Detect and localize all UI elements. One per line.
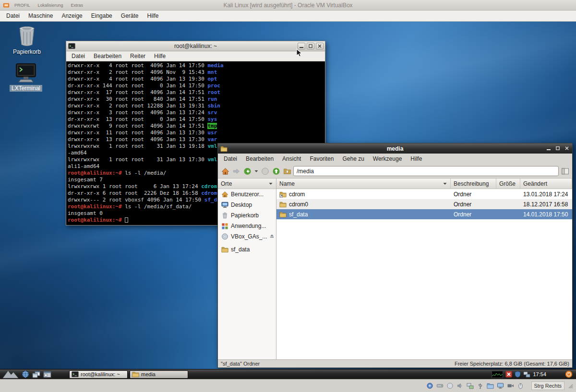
panes-launcher[interactable] — [31, 369, 42, 379]
vbox-menu-item-ger-te[interactable]: Geräte — [117, 12, 143, 20]
panes2-launcher[interactable] — [42, 369, 53, 379]
folder-icon — [221, 246, 228, 253]
close-button[interactable] — [563, 145, 570, 152]
vbox-menu-item-eingabe[interactable]: Eingabe — [87, 12, 117, 20]
vbox-menu-item-anzeige[interactable]: Anzeige — [57, 12, 86, 20]
chevron-down-icon — [254, 169, 259, 174]
record-icon[interactable] — [506, 382, 515, 390]
column-header-name[interactable]: Name — [276, 178, 451, 189]
terminal-text-segment: drwxr-xr-x 3 root root 4096 Jan 13 17:24 — [68, 109, 207, 116]
sharedfolder-icon[interactable] — [486, 382, 494, 390]
fm-body: Orte Benutzeror...DesktopPapierkorbAnwen… — [218, 178, 572, 359]
network-icon[interactable] — [466, 382, 474, 390]
go-forward-button[interactable] — [231, 166, 241, 177]
clock[interactable]: 17:54 — [533, 371, 546, 377]
terminal-menu-item-bearbeiten[interactable]: Bearbeiten — [89, 52, 126, 60]
place-item-anwendung[interactable]: Anwendung... — [218, 221, 276, 231]
column-label: Geändert — [523, 180, 547, 187]
go-up-button[interactable] — [271, 166, 281, 177]
vbox-menu-item-maschine[interactable]: Maschine — [24, 12, 57, 20]
terminal-text-segment: lrwxrwxrwx 1 root root 6 Jan 13 17:24 — [68, 183, 201, 190]
desktop-icon-lxterminal[interactable]: LXTerminal — [6, 63, 46, 92]
history-dropdown-button[interactable] — [253, 166, 259, 177]
vbox-menu-item-datei[interactable]: Datei — [2, 12, 24, 20]
cell-name: cdrom0 — [276, 199, 451, 209]
terminal-text-segment: root@kalilinux:~# — [68, 217, 122, 223]
display-icon[interactable] — [496, 382, 504, 390]
fm-menu-item-favoriten[interactable]: Favoriten — [305, 154, 338, 163]
terminal-titlebar[interactable]: root@kalilinux: ~ — [66, 41, 325, 51]
terminal-icon — [72, 371, 79, 378]
menu-launcher[interactable] — [1, 369, 20, 379]
column-header-ge-ndert[interactable]: Geändert — [520, 178, 572, 189]
browser-launcher[interactable] — [20, 369, 31, 379]
places-header[interactable]: Orte — [218, 178, 276, 189]
network-tray-icon[interactable] — [523, 371, 530, 378]
vbox-statusbar: Strg Rechts — [0, 379, 576, 392]
terminal-menu-item-hilfe[interactable]: Hilfe — [150, 52, 170, 60]
place-item-vbox-gas[interactable]: VBox_GAs_... — [218, 231, 276, 242]
column-header-beschreibung[interactable]: Beschreibung — [451, 178, 496, 189]
fm-menu-item-datei[interactable]: Datei — [219, 154, 241, 163]
eject-button[interactable] — [269, 233, 275, 240]
parent-folder-button[interactable] — [282, 166, 292, 177]
column-label: Name — [279, 180, 295, 187]
pane-toggle-button[interactable] — [560, 166, 570, 177]
minimize-button[interactable] — [298, 43, 305, 49]
taskbar-window-root-kalilinux[interactable]: root@kalilinux: ~ — [69, 370, 128, 379]
place-item-sf-data[interactable]: sf_data — [218, 244, 276, 255]
address-bar-input[interactable] — [293, 166, 559, 176]
fm-titlebar[interactable]: media — [218, 143, 572, 154]
cell-modified: 14.01.2018 17:50 — [520, 209, 572, 219]
vbox-menu-item-hilfe[interactable]: Hilfe — [143, 12, 163, 20]
place-item-desktop[interactable]: Desktop — [218, 200, 276, 210]
vbox-titlebar[interactable]: PROFILLokalisierungExtras Kali Linux [wi… — [0, 0, 576, 11]
terminal-text-segment: cdrom — [201, 183, 217, 190]
fm-main: NameBeschreibungGrößeGeändert cdromOrdne… — [276, 178, 572, 359]
terminal-text-segment: drwxr-xr-x 2 root root 4096 Nov 9 15:43 — [68, 69, 207, 75]
power-button[interactable] — [565, 370, 573, 378]
terminal-text-segment: lrwxrwxrwx 1 root root 31 Jan 13 19:18 — [68, 143, 207, 149]
terminal-menu-item-reiter[interactable]: Reiter — [126, 52, 150, 60]
desktop-icon-papierkorb[interactable]: Papierkorb — [7, 25, 47, 55]
go-home-button[interactable] — [220, 166, 230, 177]
fm-menu-item-hilfe[interactable]: Hilfe — [406, 154, 426, 163]
minimize-button[interactable] — [545, 145, 552, 152]
file-manager-window: media DateiBearbeitenAnsichtFavoritenGeh… — [217, 143, 573, 368]
terminal-menu-item-datei[interactable]: Datei — [67, 52, 89, 60]
fm-list-body[interactable]: cdromOrdner13.01.2018 17:24cdrom0Ordner1… — [276, 189, 572, 219]
harddisk-icon[interactable] — [436, 382, 444, 390]
place-item-benutzeror[interactable]: Benutzeror... — [218, 189, 276, 200]
desktop[interactable]: Papierkorb LXTerminal root@kalilinux: ~ — [0, 22, 576, 369]
audio-icon[interactable] — [456, 382, 464, 390]
terminal-text-segment: -amd64 — [68, 150, 87, 156]
taskbar-window-media[interactable]: media — [130, 370, 188, 379]
features-icon[interactable] — [426, 382, 434, 390]
host-overlay: PROFILLokalisierungExtras — [14, 3, 83, 8]
go-back-button[interactable] — [242, 166, 252, 177]
cd-icon[interactable] — [446, 382, 454, 390]
usb-icon[interactable] — [476, 382, 484, 390]
desktop-icon-label: LXTerminal — [10, 85, 42, 92]
fm-menu-item-gehe-zu[interactable]: Gehe zu — [338, 154, 368, 163]
shield-icon[interactable] — [515, 371, 521, 378]
close-button[interactable] — [316, 43, 324, 49]
file-row-sf-data[interactable]: sf_dataOrdner14.01.2018 17:50 — [276, 209, 572, 219]
column-header-gr-e[interactable]: Größe — [496, 178, 520, 189]
fm-menu-item-werkzeuge[interactable]: Werkzeuge — [369, 154, 406, 163]
file-row-cdrom[interactable]: cdromOrdner13.01.2018 17:24 — [276, 189, 572, 199]
red-x-icon[interactable] — [505, 371, 512, 378]
stop-button[interactable] — [260, 166, 270, 177]
fm-menu-item-bearbeiten[interactable]: Bearbeiten — [241, 154, 278, 163]
maximize-button[interactable] — [554, 145, 561, 152]
resize-grip[interactable] — [567, 383, 573, 389]
terminal-text-segment: mnt — [207, 69, 217, 75]
mouse-icon[interactable] — [516, 382, 525, 390]
maximize-button[interactable] — [307, 43, 314, 49]
file-row-cdrom0[interactable]: cdrom0Ordner18.12.2017 16:58 — [276, 199, 572, 209]
terminal-window-title: root@kalilinux: ~ — [66, 43, 325, 49]
fm-menu-item-ansicht[interactable]: Ansicht — [278, 154, 305, 163]
home-icon — [221, 191, 228, 198]
place-item-papierkorb[interactable]: Papierkorb — [218, 210, 276, 221]
cpu-graph-icon[interactable] — [492, 371, 503, 378]
